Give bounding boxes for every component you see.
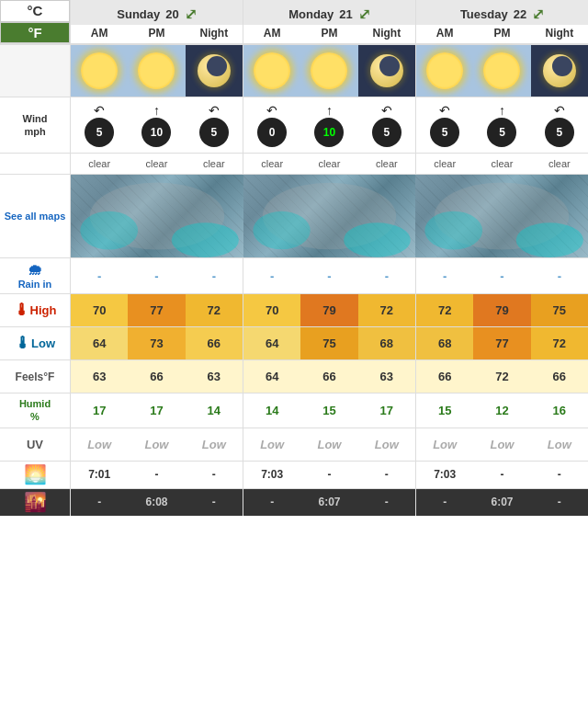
sunrise-sun-pm: - <box>128 462 185 488</box>
wind-speed-sun-night: 5 <box>199 118 229 147</box>
weather-icon-tue-pm <box>473 45 530 97</box>
expand-icon-monday[interactable]: ⤢ <box>358 6 370 23</box>
celsius-button[interactable]: °C <box>0 0 70 22</box>
sunrise-tue-pm: - <box>473 462 530 488</box>
moon-icon <box>543 54 576 87</box>
high-tue-am: 72 <box>416 294 473 326</box>
humid-tue-pm: 12 <box>473 393 530 428</box>
cond-sun-am: clear <box>71 154 128 174</box>
rain-mon-night: - <box>358 258 415 293</box>
sunset-sun-am: - <box>71 489 128 516</box>
rain-sun-am: - <box>71 258 128 293</box>
sunrise-mon-am: 7:03 <box>243 462 300 488</box>
day-title-sunday: Sunday 20 ⤢ <box>71 0 243 25</box>
weather-icon-mon-night <box>358 45 415 97</box>
day-date-sunday: 20 <box>165 7 178 21</box>
sub-cols-tuesday: AM PM Night <box>416 25 588 43</box>
sub-cols-sunday: AM PM Night <box>71 25 243 43</box>
rain-mon-am: - <box>243 258 300 293</box>
wind-speed-mon-pm: 10 <box>314 118 344 147</box>
sun-icon <box>483 52 520 89</box>
sunset-tue-pm: 6:07 <box>473 489 530 516</box>
feels-tue-am: 66 <box>416 360 473 393</box>
fahrenheit-button[interactable]: °F <box>0 22 70 44</box>
wind-group-monday: ↶ 0 ↑ 10 ↶ 5 <box>243 97 415 153</box>
feels-tue-pm: 72 <box>473 360 530 393</box>
day-group-sunday: Sunday 20 ⤢ AM PM Night <box>70 0 243 43</box>
sun-icon <box>138 52 175 89</box>
sub-col-pm-mon: PM <box>300 25 357 43</box>
low-tue-am: 68 <box>416 327 473 359</box>
sunset-mon-night: - <box>358 489 415 516</box>
humid-mon-night: 17 <box>358 393 415 428</box>
humid-mon-pm: 15 <box>300 393 357 428</box>
rain-tue-am: - <box>416 258 473 293</box>
icon-group-monday <box>243 45 415 97</box>
sub-col-pm-sun: PM <box>128 25 185 43</box>
cond-tue-am: clear <box>416 154 473 174</box>
map-overlay-monday <box>243 175 416 257</box>
map-monday[interactable] <box>243 175 416 257</box>
sunset-tue-night: - <box>531 489 588 516</box>
map-tuesday[interactable] <box>415 175 588 257</box>
low-mon-am: 64 <box>243 327 300 359</box>
icon-group-sunday <box>70 45 243 97</box>
day-group-tuesday: Tuesday 22 ⤢ AM PM Night <box>415 0 588 43</box>
sub-col-pm-tue: PM <box>473 25 530 43</box>
cond-sun-night: clear <box>186 154 243 174</box>
high-label: 🌡 High <box>0 294 70 326</box>
cond-tue-pm: clear <box>473 154 530 174</box>
wind-label: Windmph <box>0 108 70 143</box>
sub-col-am-mon: AM <box>243 25 300 43</box>
cond-group-monday: clear clear clear <box>243 154 415 174</box>
sunrise-mon-pm: - <box>300 462 357 488</box>
humid-sun-pm: 17 <box>128 393 185 428</box>
cond-mon-night: clear <box>358 154 415 174</box>
wind-speed-tue-pm: 5 <box>487 118 516 147</box>
wind-cell-mon-night: ↶ 5 <box>358 97 415 153</box>
map-overlay-tuesday <box>415 175 588 257</box>
wind-cell-sun-pm: ↑ 10 <box>128 97 185 153</box>
feels-sun-pm: 66 <box>128 360 185 393</box>
humid-sun-am: 17 <box>71 393 128 428</box>
sunrise-sun-am: 7:01 <box>71 462 128 488</box>
sun-icon <box>81 52 118 89</box>
low-group-tuesday: 68 77 72 <box>415 327 588 359</box>
weather-icon-mon-am <box>243 45 300 97</box>
low-sun-am: 64 <box>71 327 128 359</box>
see-all-maps-label[interactable]: See all maps <box>0 175 70 257</box>
humid-label: Humid% <box>0 393 70 428</box>
wind-cell-mon-pm: ↑ 10 <box>300 97 357 153</box>
feels-sun-am: 63 <box>71 360 128 393</box>
sunset-group-monday: - 6:07 - <box>243 489 415 516</box>
cond-left-spacer <box>0 154 70 174</box>
sun-icon <box>426 52 463 89</box>
high-sun-night: 72 <box>186 294 243 326</box>
unit-selector: °C °F <box>0 0 70 43</box>
map-sunday[interactable] <box>71 175 243 257</box>
sunrise-mon-night: - <box>358 462 415 488</box>
high-mon-pm: 79 <box>300 294 357 326</box>
sunrise-icon-wrap: 🌅 <box>24 463 47 485</box>
high-mon-night: 72 <box>358 294 415 326</box>
uv-label: UV <box>0 428 70 461</box>
day-title-tuesday: Tuesday 22 ⤢ <box>416 0 588 25</box>
low-label: 🌡 Low <box>0 327 70 359</box>
high-text: High <box>30 303 57 317</box>
low-mon-night: 68 <box>358 327 415 359</box>
sub-col-night-tue: Night <box>531 25 588 43</box>
uv-group-sunday: Low Low Low <box>70 428 243 461</box>
sunrise-row: 🌅 7:01 - - 7:03 - - 7:03 - - <box>0 461 588 488</box>
sub-col-night-mon: Night <box>358 25 415 43</box>
expand-icon-sunday[interactable]: ⤢ <box>185 6 197 23</box>
sunset-sun-night: - <box>186 489 243 516</box>
expand-icon-tuesday[interactable]: ⤢ <box>532 6 544 23</box>
weather-icon-sun-night <box>186 45 243 97</box>
feels-mon-night: 63 <box>358 360 415 393</box>
see-all-maps-text[interactable]: See all maps <box>5 211 66 222</box>
map-image-monday <box>243 175 416 257</box>
rain-sun-pm: - <box>128 258 185 293</box>
wind-speed-tue-night: 5 <box>545 118 574 147</box>
wind-group-tuesday: ↶ 5 ↑ 5 ↶ 5 <box>415 97 588 153</box>
uv-tue-am: Low <box>416 428 473 461</box>
